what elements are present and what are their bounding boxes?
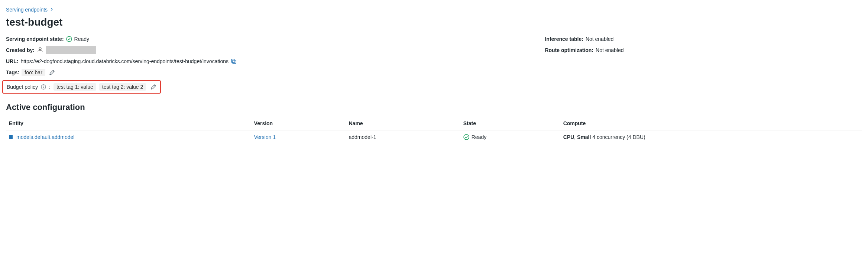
copy-icon[interactable] [231,58,237,64]
inference-table-row: Inference table: Not enabled [545,33,868,45]
check-circle-icon [66,36,72,42]
pencil-icon[interactable] [49,69,55,75]
svg-rect-2 [233,60,236,64]
route-optimization-row: Route optimization: Not enabled [545,45,868,56]
compute-cpu: CPU [563,134,574,140]
active-configuration-heading: Active configuration [6,103,862,112]
budget-policy-label: Budget policy [7,84,38,90]
svg-point-1 [39,48,41,50]
inference-table-label: Inference table: [545,36,583,42]
version-link[interactable]: Version 1 [254,134,276,140]
table-header-row: Entity Version Name State Compute [6,117,862,130]
url-row: URL: https://e2-dogfood.staging.cloud.da… [6,56,519,67]
col-state: State [460,117,560,130]
tags-label: Tags: [6,69,19,75]
col-compute: Compute [560,117,862,130]
route-optimization-value: Not enabled [596,47,624,53]
serving-endpoint-state-row: Serving endpoint state: Ready [6,33,519,45]
tags-row: Tags: foo: bar [6,67,519,78]
created-by-label: Created by: [6,47,35,53]
svg-rect-6 [43,87,43,88]
inference-table-value: Not enabled [586,36,614,42]
url-label: URL: [6,58,18,64]
created-by-row: Created by: [6,45,519,56]
row-state-value: Ready [472,134,486,140]
col-entity: Entity [6,117,251,130]
pencil-icon[interactable] [150,84,156,90]
breadcrumb: Serving endpoints [6,7,862,13]
name-cell: addmodel-1 [346,130,460,144]
state-value: Ready [74,36,89,42]
created-by-value-redacted [46,46,96,54]
budget-tag-chip: test tag 2: value 2 [99,83,146,91]
budget-policy-colon: : [49,84,51,90]
svg-rect-3 [231,59,235,62]
col-name: Name [346,117,460,130]
entity-link[interactable]: models.default.addmodel [16,134,74,140]
route-optimization-label: Route optimization: [545,47,593,53]
compute-size: Small [577,134,591,140]
entity-square-icon [9,135,13,139]
chevron-right-icon [50,7,54,12]
compute-rest: 4 concurrency (4 DBU) [591,134,645,140]
check-circle-icon [463,134,469,140]
breadcrumb-link-serving-endpoints[interactable]: Serving endpoints [6,7,48,13]
budget-policy-row: Budget policy : test tag 1: value test t… [2,80,161,94]
col-version: Version [251,117,346,130]
active-configuration-table: Entity Version Name State Compute models… [6,117,862,144]
person-icon [37,46,43,54]
state-label: Serving endpoint state: [6,36,64,42]
tag-chip: foo: bar [22,69,45,76]
url-value: https://e2-dogfood.staging.cloud.databri… [20,58,229,64]
compute-cell: CPU, Small 4 concurrency (4 DBU) [560,130,862,144]
compute-sep: , [574,134,577,140]
budget-tag-chip: test tag 1: value [54,83,96,91]
page-title: test-budget [6,16,862,28]
svg-point-5 [43,86,44,87]
info-icon[interactable] [41,84,46,90]
table-row: models.default.addmodel Version 1 addmod… [6,130,862,144]
